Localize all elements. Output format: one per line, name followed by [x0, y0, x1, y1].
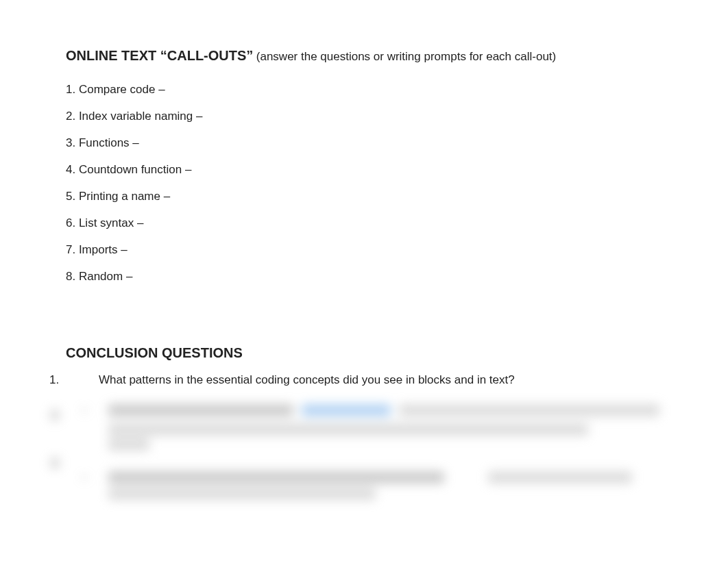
- callout-list: 1. Compare code – 2. Index variable nami…: [66, 83, 662, 284]
- conclusion-text: What patterns in the essential coding co…: [99, 373, 515, 386]
- callout-item: 6. List syntax –: [66, 216, 662, 230]
- callouts-subtitle: (answer the questions or writing prompts…: [256, 50, 556, 63]
- conclusion-title: CONCLUSION QUESTIONS: [66, 345, 662, 361]
- callout-item: 2. Index variable naming –: [66, 110, 662, 123]
- conclusion-section: CONCLUSION QUESTIONS 1. What patterns in…: [66, 345, 662, 387]
- callout-item: 4. Countdown function –: [66, 163, 662, 177]
- callout-item: 3. Functions –: [66, 136, 662, 150]
- callout-item: 7. Imports –: [66, 243, 662, 257]
- callouts-title: ONLINE TEXT “CALL-OUTS”: [66, 48, 253, 63]
- callout-item: 1. Compare code –: [66, 83, 662, 97]
- callouts-header: ONLINE TEXT “CALL-OUTS” (answer the ques…: [66, 48, 662, 64]
- callout-item: 8. Random –: [66, 270, 662, 284]
- conclusion-list: 1. What patterns in the essential coding…: [66, 373, 662, 387]
- conclusion-item: 1. What patterns in the essential coding…: [66, 373, 662, 387]
- blurred-preview-area: [41, 404, 672, 493]
- conclusion-number: 1.: [49, 373, 59, 387]
- callout-item: 5. Printing a name –: [66, 190, 662, 203]
